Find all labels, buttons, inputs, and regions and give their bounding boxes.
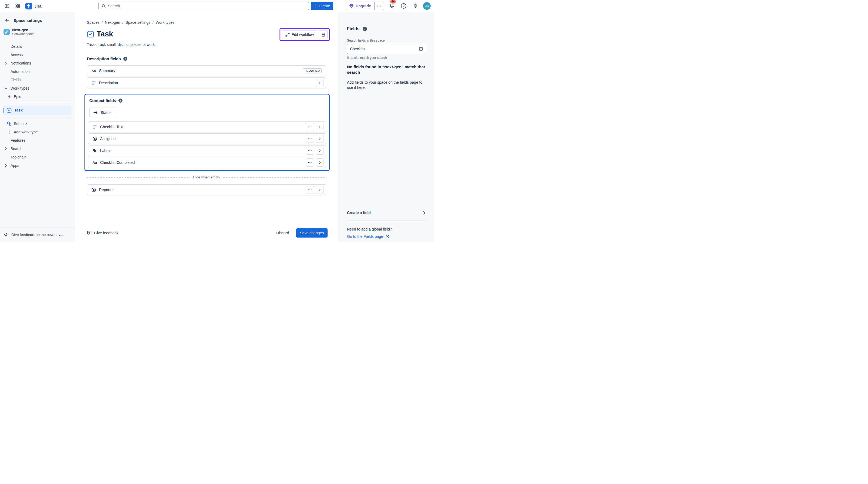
go-to-fields-page-link[interactable]: Go to the Fields page bbox=[347, 234, 389, 239]
sidebar-nav: Details Access Notifications Automation … bbox=[0, 42, 75, 170]
sidebar-item-automation[interactable]: Automation bbox=[0, 67, 75, 76]
space-settings-sidebar: Space settings Next-gen Software space D… bbox=[0, 12, 75, 242]
clear-search-button[interactable] bbox=[418, 47, 423, 51]
app-grid-icon bbox=[16, 3, 20, 8]
expand-row-button[interactable] bbox=[316, 123, 324, 131]
info-icon[interactable]: i bbox=[363, 27, 367, 31]
description-fields-title: Description fields bbox=[87, 56, 121, 61]
global-search[interactable] bbox=[98, 2, 309, 10]
expand-row-button[interactable] bbox=[316, 147, 324, 155]
sidebar-item-label: Board bbox=[10, 147, 21, 151]
context-fields-header: Context fields i bbox=[89, 98, 327, 103]
required-badge: REQUIRED bbox=[303, 68, 321, 73]
external-link-icon bbox=[385, 235, 389, 239]
notifications-button[interactable]: 9+ bbox=[388, 2, 396, 10]
sidebar-item-add-work-type[interactable]: Add work type bbox=[0, 128, 75, 136]
space-name: Next-gen bbox=[12, 28, 34, 32]
help-button[interactable]: ? bbox=[399, 2, 408, 10]
field-label: Assignee bbox=[100, 137, 303, 141]
sidebar-item-access[interactable]: Access bbox=[0, 51, 75, 59]
collapse-sidebar-button[interactable] bbox=[3, 2, 11, 10]
sidebar-item-board[interactable]: Board bbox=[0, 145, 75, 153]
arrow-left-icon bbox=[5, 18, 9, 23]
field-row-assignee[interactable]: Assignee ••• bbox=[88, 133, 326, 144]
plus-icon bbox=[313, 4, 317, 8]
search-results-count: 0 results match your search bbox=[347, 56, 426, 60]
sidebar-item-toolchain[interactable]: Toolchain bbox=[0, 153, 75, 161]
field-row-summary[interactable]: Aa Summary REQUIRED bbox=[87, 65, 326, 76]
sidebar-header: Space settings bbox=[0, 12, 75, 24]
more-icon: ••• bbox=[308, 138, 312, 140]
sidebar-item-details[interactable]: Details bbox=[0, 42, 75, 51]
field-row-checklist-text[interactable]: Checklist Text ••• bbox=[88, 121, 326, 132]
field-row-checklist-completed[interactable]: Aa Checklist Completed ••• bbox=[88, 157, 326, 168]
expand-row-button[interactable] bbox=[316, 186, 324, 194]
bell-icon bbox=[389, 3, 395, 9]
save-changes-button[interactable]: Save changes bbox=[296, 229, 328, 238]
user-avatar[interactable]: JC bbox=[423, 2, 431, 10]
edit-workflow-label: Edit workflow bbox=[292, 32, 314, 37]
row-more-button[interactable]: ••• bbox=[306, 135, 314, 143]
chevron-right-icon bbox=[318, 81, 321, 85]
upgrade-button[interactable]: Upgrade bbox=[346, 2, 374, 10]
more-icon: ••• bbox=[308, 125, 312, 128]
back-button[interactable] bbox=[4, 17, 10, 24]
space-summary: Next-gen Software space bbox=[0, 24, 75, 36]
row-more-button[interactable]: ••• bbox=[306, 186, 314, 194]
field-search-input[interactable] bbox=[350, 47, 418, 51]
task-checkbox-icon bbox=[6, 108, 11, 113]
fields-panel-header: Fields i bbox=[347, 26, 426, 31]
sidebar-item-work-types[interactable]: Work types bbox=[0, 84, 75, 93]
sidebar-item-fields[interactable]: Fields bbox=[0, 76, 75, 84]
create-button[interactable]: Create bbox=[311, 2, 333, 10]
notification-count-badge: 9+ bbox=[390, 0, 396, 3]
sidebar-item-notifications[interactable]: Notifications bbox=[0, 59, 75, 67]
row-more-button[interactable]: ••• bbox=[306, 158, 314, 167]
expand-row-button[interactable] bbox=[316, 158, 324, 167]
fields-panel: Fields i Search fields in this space 0 r… bbox=[338, 12, 434, 242]
settings-button[interactable] bbox=[411, 2, 420, 10]
field-label: Checklist Text bbox=[100, 125, 303, 129]
row-more-button[interactable]: ••• bbox=[306, 123, 314, 131]
status-chip[interactable]: Status bbox=[89, 107, 116, 118]
jira-brand[interactable]: Jira bbox=[24, 3, 43, 9]
sidebar-item-task-selected[interactable]: Task bbox=[3, 105, 71, 115]
chevron-right-icon bbox=[318, 149, 321, 153]
sidebar-feedback-button[interactable]: Give feedback on the new nav... bbox=[0, 228, 75, 242]
breadcrumb-spaces[interactable]: Spaces bbox=[87, 20, 99, 25]
info-icon[interactable]: i bbox=[119, 98, 123, 102]
expand-row-button[interactable] bbox=[316, 79, 324, 87]
feedback-bubble-icon bbox=[87, 231, 92, 235]
discard-button[interactable]: Discard bbox=[273, 229, 293, 238]
info-icon[interactable]: i bbox=[123, 57, 127, 61]
field-row-reporter[interactable]: Reporter ••• bbox=[87, 184, 326, 195]
space-avatar-icon bbox=[3, 29, 10, 35]
field-row-labels[interactable]: Labels ••• bbox=[88, 145, 326, 156]
search-input[interactable] bbox=[108, 4, 306, 8]
breadcrumb-next-gen[interactable]: Next-gen bbox=[105, 20, 120, 25]
upgrade-split-button: Upgrade ••• bbox=[346, 2, 384, 10]
give-feedback-button[interactable]: Give feedback bbox=[87, 231, 119, 235]
sidebar-item-features[interactable]: Features bbox=[0, 136, 75, 145]
unlock-button[interactable] bbox=[319, 30, 328, 39]
breadcrumb-space-settings[interactable]: Space settings bbox=[125, 20, 150, 25]
edit-workflow-button[interactable]: Edit workflow bbox=[282, 30, 317, 39]
field-row-description[interactable]: Description bbox=[87, 78, 326, 88]
expand-row-button[interactable] bbox=[316, 135, 324, 143]
task-type-icon bbox=[87, 31, 94, 38]
sidebar-item-label: Apps bbox=[10, 163, 19, 168]
status-chip-label: Status bbox=[101, 111, 112, 115]
app-switcher-button[interactable] bbox=[13, 2, 22, 10]
row-more-button[interactable]: ••• bbox=[306, 147, 314, 155]
upgrade-more-button[interactable]: ••• bbox=[374, 2, 384, 10]
breadcrumb-work-types[interactable]: Work types bbox=[156, 20, 175, 25]
sidebar-item-subtask[interactable]: Subtask bbox=[0, 120, 75, 128]
unlock-icon bbox=[321, 32, 326, 37]
breadcrumb-separator: / bbox=[102, 20, 103, 25]
sidebar-item-apps[interactable]: Apps bbox=[0, 161, 75, 170]
edit-workflow-highlight-box: Edit workflow bbox=[280, 28, 330, 41]
sidebar-item-epic[interactable]: Epic bbox=[0, 93, 75, 101]
upgrade-label: Upgrade bbox=[355, 4, 371, 8]
chevron-right-icon bbox=[4, 147, 8, 151]
create-field-button[interactable]: Create a field bbox=[347, 211, 426, 215]
